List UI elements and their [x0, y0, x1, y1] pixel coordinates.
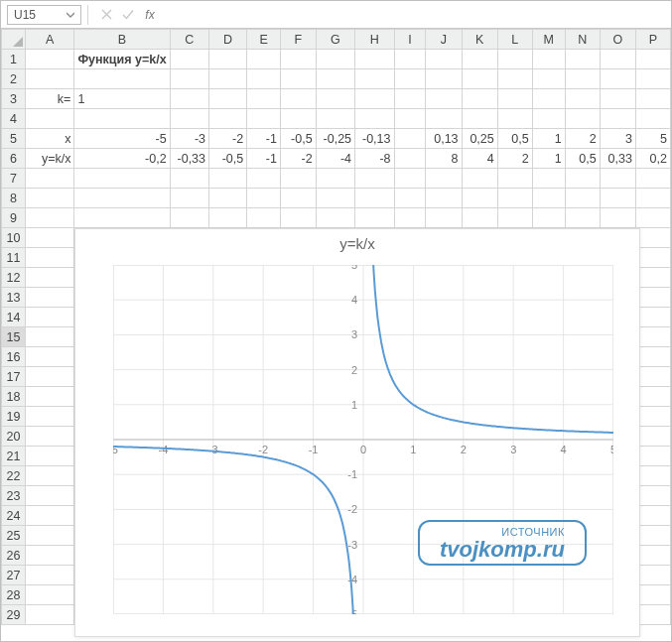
cell-C5[interactable]: -3 — [170, 129, 208, 149]
cell-I4[interactable] — [394, 109, 426, 129]
cell-D4[interactable] — [209, 109, 247, 129]
col-header-J[interactable]: J — [426, 30, 462, 50]
cell-I7[interactable] — [394, 169, 426, 189]
row-header-1[interactable]: 1 — [2, 50, 26, 69]
col-header-G[interactable]: G — [316, 30, 354, 50]
cell-P25[interactable] — [635, 526, 670, 546]
row-header-3[interactable]: 3 — [2, 89, 26, 109]
cell-F9[interactable] — [280, 208, 316, 228]
cell-P11[interactable] — [635, 248, 670, 268]
col-header-C[interactable]: C — [170, 30, 208, 50]
cell-L9[interactable] — [497, 208, 532, 228]
cell-E2[interactable] — [247, 69, 281, 89]
row-header-27[interactable]: 27 — [2, 566, 26, 585]
cell-L6[interactable]: 2 — [497, 149, 532, 169]
cell-D3[interactable] — [209, 89, 247, 109]
formula-input[interactable] — [161, 5, 671, 25]
cell-P10[interactable] — [635, 228, 670, 248]
cell-A1[interactable] — [26, 50, 74, 69]
cell-G1[interactable] — [316, 50, 354, 69]
col-header-H[interactable]: H — [355, 30, 394, 50]
cell-K7[interactable] — [462, 169, 497, 189]
cell-B1[interactable]: Функция y=k/x — [74, 50, 170, 69]
cell-A15[interactable] — [26, 327, 74, 347]
row-header-8[interactable]: 8 — [2, 189, 26, 208]
cell-L1[interactable] — [497, 50, 532, 69]
cell-P23[interactable] — [635, 486, 670, 506]
cell-C9[interactable] — [170, 208, 208, 228]
cell-P7[interactable] — [635, 169, 670, 189]
cell-J9[interactable] — [426, 208, 462, 228]
cell-F6[interactable]: -2 — [280, 149, 316, 169]
cell-A2[interactable] — [26, 69, 74, 89]
cell-P21[interactable] — [635, 447, 670, 466]
cell-A23[interactable] — [26, 486, 74, 506]
cell-N7[interactable] — [565, 169, 600, 189]
row-header-18[interactable]: 18 — [2, 387, 26, 407]
row-header-29[interactable]: 29 — [2, 605, 26, 625]
cell-I9[interactable] — [394, 208, 426, 228]
cell-G9[interactable] — [316, 208, 354, 228]
cell-B7[interactable] — [74, 169, 170, 189]
col-header-I[interactable]: I — [394, 30, 426, 50]
cell-E6[interactable]: -1 — [247, 149, 281, 169]
cell-A12[interactable] — [26, 268, 74, 288]
cell-N1[interactable] — [565, 50, 600, 69]
cell-O7[interactable] — [600, 169, 635, 189]
spreadsheet-grid[interactable]: ABCDEFGHIJKLMNOP1Функция y=k/x23k=145x-5… — [1, 29, 671, 641]
name-box[interactable]: U15 — [7, 5, 81, 25]
cell-A14[interactable] — [26, 308, 74, 327]
row-header-4[interactable]: 4 — [2, 109, 26, 129]
cell-P20[interactable] — [635, 427, 670, 447]
cell-K5[interactable]: 0,25 — [462, 129, 497, 149]
cell-M7[interactable] — [532, 169, 565, 189]
cell-P29[interactable] — [635, 605, 670, 625]
cell-J1[interactable] — [426, 50, 462, 69]
cell-A29[interactable] — [26, 605, 74, 625]
col-header-F[interactable]: F — [280, 30, 316, 50]
cell-L4[interactable] — [497, 109, 532, 129]
cell-G2[interactable] — [316, 69, 354, 89]
col-header-N[interactable]: N — [565, 30, 600, 50]
cell-F8[interactable] — [280, 189, 316, 208]
cell-A28[interactable] — [26, 585, 74, 605]
cell-O5[interactable]: 3 — [600, 129, 635, 149]
cell-G5[interactable]: -0,25 — [316, 129, 354, 149]
cell-M2[interactable] — [532, 69, 565, 89]
cell-A24[interactable] — [26, 506, 74, 526]
cell-A20[interactable] — [26, 427, 74, 447]
cell-A18[interactable] — [26, 387, 74, 407]
row-header-24[interactable]: 24 — [2, 506, 26, 526]
cell-P15[interactable] — [635, 327, 670, 347]
cell-B9[interactable] — [74, 208, 170, 228]
row-header-25[interactable]: 25 — [2, 526, 26, 546]
col-header-K[interactable]: K — [462, 30, 497, 50]
row-header-26[interactable]: 26 — [2, 546, 26, 566]
col-header-P[interactable]: P — [635, 30, 670, 50]
row-header-5[interactable]: 5 — [2, 129, 26, 149]
cell-A11[interactable] — [26, 248, 74, 268]
cell-F4[interactable] — [280, 109, 316, 129]
cell-A9[interactable] — [26, 208, 74, 228]
cell-P1[interactable] — [635, 50, 670, 69]
row-header-20[interactable]: 20 — [2, 427, 26, 447]
cell-O3[interactable] — [600, 89, 635, 109]
cell-K1[interactable] — [462, 50, 497, 69]
cell-N8[interactable] — [565, 189, 600, 208]
cell-C8[interactable] — [170, 189, 208, 208]
cell-E9[interactable] — [247, 208, 281, 228]
cell-D2[interactable] — [209, 69, 247, 89]
cell-H4[interactable] — [355, 109, 394, 129]
cell-A17[interactable] — [26, 367, 74, 387]
col-header-E[interactable]: E — [247, 30, 281, 50]
cell-O6[interactable]: 0,33 — [600, 149, 635, 169]
cell-C1[interactable] — [170, 50, 208, 69]
cell-D1[interactable] — [209, 50, 247, 69]
cell-P5[interactable]: 5 — [635, 129, 670, 149]
cell-E7[interactable] — [247, 169, 281, 189]
cell-H7[interactable] — [355, 169, 394, 189]
cell-A4[interactable] — [26, 109, 74, 129]
cell-C4[interactable] — [170, 109, 208, 129]
cell-P27[interactable] — [635, 566, 670, 585]
cell-A13[interactable] — [26, 288, 74, 308]
